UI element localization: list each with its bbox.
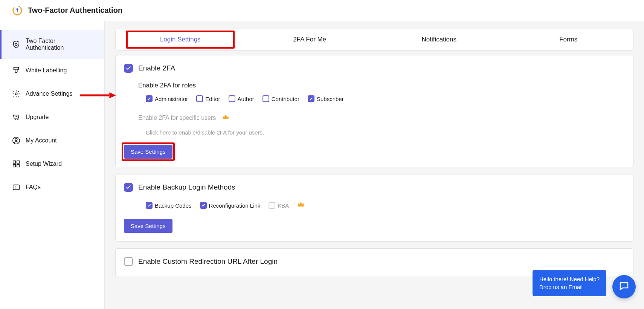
chat-icon	[618, 280, 630, 293]
svg-rect-12	[17, 165, 19, 167]
hint-text: to enable/disable 2FA for your users.	[171, 129, 264, 136]
main-content: Login Settings 2FA For Me Notifications …	[105, 21, 644, 309]
svg-rect-9	[13, 161, 15, 163]
role-label: Author	[238, 96, 254, 102]
crown-icon	[297, 201, 305, 210]
specific-users-label: Enable 2FA for specific users	[138, 115, 216, 121]
role-label: Editor	[205, 96, 220, 102]
sidebar-item-label: Advance Settings	[26, 90, 73, 97]
enable-2fa-card: Enable 2FA Enable 2FA for roles Administ…	[115, 55, 633, 167]
save-settings-button[interactable]: Save Settings	[124, 145, 172, 159]
hint-text: Click	[146, 129, 160, 136]
svg-point-6	[17, 119, 18, 120]
role-checkbox[interactable]	[196, 95, 203, 102]
enable-redirect-checkbox[interactable]	[124, 257, 133, 266]
help-line: Hello there! Need Help?	[539, 275, 600, 283]
sidebar-item-label: Upgrade	[26, 114, 49, 121]
sidebar-item-label: Two Factor Authentication	[26, 38, 94, 51]
backup-option-kba: KBA	[269, 202, 289, 209]
sidebar-item-advance-settings[interactable]: Advance Settings	[0, 82, 104, 106]
svg-rect-11	[13, 165, 15, 167]
help-tooltip: Hello there! Need Help? Drop us an Email	[533, 270, 606, 296]
role-contributor[interactable]: Contributor	[262, 95, 299, 102]
sidebar-item-label: White Labelling	[26, 67, 67, 74]
sidebar-item-2fa[interactable]: Two Factor Authentication	[0, 30, 104, 59]
brand-logo-icon	[12, 5, 23, 16]
svg-point-3	[15, 43, 17, 46]
svg-point-4	[15, 93, 17, 95]
sidebar-item-my-account[interactable]: My Account	[0, 129, 104, 152]
enable-2fa-title: Enable 2FA	[138, 64, 175, 72]
role-checkbox[interactable]	[262, 95, 269, 102]
tab-label: Forms	[559, 36, 577, 43]
role-administrator[interactable]: Administrator	[146, 95, 188, 102]
grid-icon	[12, 160, 20, 168]
backup-login-card: Enable Backup Login Methods Backup Codes…	[115, 174, 633, 242]
role-subscriber[interactable]: Subscriber	[308, 95, 344, 102]
tab-notifications[interactable]: Notifications	[374, 29, 504, 50]
role-author[interactable]: Author	[229, 95, 254, 102]
specific-users-hint: Click here to enable/disable 2FA for you…	[146, 129, 625, 136]
enable-backup-checkbox[interactable]	[124, 183, 133, 192]
sidebar-item-label: My Account	[26, 137, 57, 144]
backup-label: Backup Codes	[155, 202, 192, 209]
sidebar-item-upgrade[interactable]: Upgrade	[0, 106, 104, 129]
role-checkbox[interactable]	[146, 95, 153, 102]
page-title: Two-Factor Authentication	[28, 6, 122, 15]
sidebar-item-label: Setup Wizard	[26, 161, 62, 167]
user-circle-icon	[12, 136, 20, 145]
role-editor[interactable]: Editor	[196, 95, 220, 102]
gear-icon	[12, 90, 20, 98]
svg-point-5	[15, 119, 16, 120]
redirect-title: Enable Custom Redirection URL After Logi…	[138, 257, 278, 266]
backup-checkbox[interactable]	[146, 202, 153, 209]
sidebar-item-label: FAQs	[26, 184, 41, 191]
tab-forms[interactable]: Forms	[504, 29, 633, 50]
svg-marker-16	[109, 92, 116, 98]
backup-option-reconfig[interactable]: Reconfiguration Link	[200, 202, 261, 209]
tab-label: Login Settings	[160, 36, 201, 43]
backup-checkbox[interactable]	[200, 202, 207, 209]
help-line: Drop us an Email	[539, 283, 600, 291]
topbar: Two-Factor Authentication	[0, 0, 644, 21]
svg-point-8	[15, 139, 17, 141]
roles-label: Enable 2FA for roles	[138, 82, 625, 89]
tab-2fa-for-me[interactable]: 2FA For Me	[245, 29, 375, 50]
tab-label: Notifications	[421, 36, 456, 43]
tabs: Login Settings 2FA For Me Notifications …	[115, 29, 633, 50]
backup-checkbox-disabled	[269, 202, 275, 209]
tab-login-settings[interactable]: Login Settings	[116, 29, 245, 50]
role-label: Contributor	[272, 96, 299, 102]
svg-text:?!: ?!	[15, 186, 18, 189]
sidebar: Two Factor Authentication White Labellin…	[0, 21, 105, 309]
paintbrush-icon	[12, 66, 20, 75]
sidebar-item-setup-wizard[interactable]: Setup Wizard	[0, 152, 104, 176]
enable-2fa-checkbox[interactable]	[124, 64, 133, 73]
sidebar-item-faqs[interactable]: ?! FAQs	[0, 176, 104, 199]
backup-label: Reconfiguration Link	[209, 202, 261, 209]
sidebar-item-white-labelling[interactable]: White Labelling	[0, 59, 104, 82]
shield-icon	[12, 40, 20, 49]
svg-rect-2	[17, 10, 18, 12]
save-settings-button[interactable]: Save Settings	[124, 219, 172, 233]
backup-title: Enable Backup Login Methods	[138, 183, 235, 191]
role-checkbox[interactable]	[229, 95, 235, 102]
role-checkbox[interactable]	[308, 95, 314, 102]
chat-button[interactable]	[612, 275, 636, 298]
backup-label: KBA	[278, 202, 289, 209]
role-label: Subscriber	[317, 96, 344, 102]
hint-link[interactable]: here	[160, 129, 171, 136]
svg-rect-10	[17, 161, 19, 163]
role-label: Administrator	[155, 96, 188, 102]
faq-icon: ?!	[12, 183, 20, 191]
cart-icon	[12, 113, 20, 121]
tab-label: 2FA For Me	[293, 36, 326, 43]
crown-icon	[222, 113, 229, 122]
backup-option-codes[interactable]: Backup Codes	[146, 202, 192, 209]
